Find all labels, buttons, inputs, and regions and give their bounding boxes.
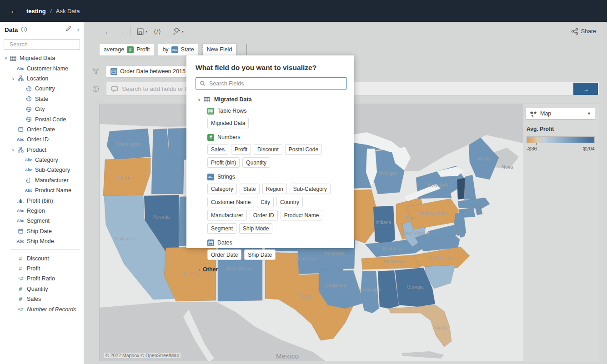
field-ship-date[interactable]: Ship Date [0,226,84,236]
popup-chip-category[interactable]: Category [207,184,237,194]
field-migrated-data[interactable]: ∨Migrated Data [0,53,84,63]
submit-query-button[interactable]: → [573,83,598,95]
popup-chip-state[interactable]: State [240,184,260,194]
caret-down-icon[interactable]: ∨ [10,76,16,81]
popup-chip-profit-bin[interactable]: Profit (bin) [207,157,240,168]
pin-button[interactable]: ▾ [173,28,184,35]
field-sales[interactable]: #Sales [0,294,84,304]
query-chip-new-field[interactable]: New Field [202,44,237,56]
state-indiana[interactable] [373,206,395,245]
popup-search-box[interactable] [196,77,347,90]
popup-chip-sales[interactable]: Sales [207,144,228,155]
popup-chip-region[interactable]: Region [262,184,287,194]
save-dropdown-caret[interactable]: ▾ [145,30,147,34]
popup-chip-ship-mode[interactable]: Ship Mode [239,223,272,234]
field-state[interactable]: State [0,94,84,104]
popup-chip-order-id[interactable]: Order ID [250,210,278,220]
popup-chip-profit[interactable]: Profit [231,144,251,155]
state-mississippi[interactable] [361,271,379,313]
caret-right-icon[interactable]: › [196,267,203,272]
field-profit[interactable]: #Profit [0,264,84,274]
popup-chip-city[interactable]: City [257,197,274,207]
edit-pencil-icon[interactable] [65,25,72,34]
breadcrumb-workbook[interactable]: testing [26,8,46,15]
popup-group-strings: AbcStringsCategoryStateRegionSub-Categor… [207,173,347,236]
back-arrow-icon[interactable]: ← [10,6,20,15]
field-postal-code[interactable]: Postal Code [0,114,84,124]
state-label-mississippi: Mississippi [358,287,381,292]
popup-chip-sub-category[interactable]: Sub-Category [290,184,331,194]
field-sub-category[interactable]: AbcSub-Category [0,165,84,175]
popup-chip-ship-date[interactable]: Ship Date [244,249,276,260]
field-product[interactable]: ∨Product [0,145,84,155]
field-segment[interactable]: AbcSegment [0,216,84,226]
field-quantity[interactable]: #Quantity [0,284,84,294]
caret-down-icon[interactable]: ∨ [3,56,9,60]
state-label-tennessee: Tennessee [383,259,406,264]
field-country[interactable]: Country [0,84,84,94]
popup-other-row[interactable]: › Other [196,266,347,273]
query-chip-profit[interactable]: average#Profit [99,44,154,56]
share-button[interactable]: Share [571,28,596,35]
popup-chip-order-date[interactable]: Order Date [207,249,241,260]
popup-chip-product-name[interactable]: Product Name [281,210,323,220]
popup-chip-migrated-data[interactable]: Migrated Data [207,118,249,128]
info-circle-icon[interactable] [92,85,99,92]
popup-chip-customer-name[interactable]: Customer Name [207,197,254,207]
globe-icon [25,86,33,92]
field-product-name[interactable]: AbcProduct Name [0,185,84,195]
save-button[interactable]: ▾ [136,28,147,35]
histogram-icon [16,198,25,204]
field-customer-name[interactable]: AbcCustomer Name [0,63,84,73]
popup-title: What field do you want to visualize? [196,64,347,72]
popup-chip-discount[interactable]: Discount [254,144,282,155]
cal-blue-badge-icon [207,239,214,246]
state-label-ohio: Ohio [406,215,416,220]
field-location[interactable]: ∨Location [0,74,84,84]
pin-dropdown-caret[interactable]: ▾ [182,30,184,34]
state-label-new-york: New York [428,182,448,188]
info-icon[interactable] [21,26,27,33]
field-label: Postal Code [35,116,66,123]
sidebar-search-box[interactable] [4,39,80,50]
popup-chip-manufacturer[interactable]: Manufacturer [207,210,247,220]
popup-search-input[interactable] [209,80,343,87]
view-code-button[interactable]: ⟨/⟩ [154,28,161,35]
toolbar-divider [130,26,131,37]
map-label-mexico: Mexico [276,352,299,360]
field-order-id[interactable]: AbcOrder ID [0,135,84,145]
popup-chip-country[interactable]: Country [276,197,303,207]
field-ship-mode[interactable]: AbcShip Mode [0,236,84,246]
field-discount[interactable]: #Discount [0,253,84,263]
field-category[interactable]: AbcCategory [0,155,84,165]
popup-chip-postal-code[interactable]: Postal Code [285,144,322,155]
popup-chip-segment[interactable]: Segment [207,223,236,234]
field-label: Sales [27,296,41,302]
popup-chip-quantity[interactable]: Quantity [242,157,270,168]
query-chip-state[interactable]: byAbcState [158,44,198,56]
chip-label: Profit [136,46,150,53]
field-label: Region [27,208,45,214]
field-region[interactable]: AbcRegion [0,206,84,216]
caret-down-icon[interactable]: ∨ [10,148,16,152]
field-profit-bin[interactable]: Profit (bin) [0,195,84,205]
collapse-pane-icon[interactable]: ‹ [77,26,79,33]
viz-type-dropdown[interactable]: Map ▼ [526,108,595,120]
caret-down-icon[interactable]: ∨ [196,97,203,102]
abc-icon: Abc [16,219,25,223]
field-label: Segment [27,218,50,224]
redo-button[interactable]: → [118,28,125,35]
legend-gradient-bar[interactable] [527,136,595,143]
field-profit-ratio[interactable]: =#Profit Ratio [0,274,84,284]
field-city[interactable]: City [0,104,84,114]
field-manufacturer[interactable]: Manufacturer [0,175,84,185]
field-number-of-records[interactable]: =#Number of Records [0,304,84,314]
popup-dataset-row[interactable]: ∨ Migrated Data [196,96,347,103]
hash-icon: # [16,286,25,292]
filter-funnel-icon[interactable] [92,68,99,75]
undo-button[interactable]: ← [104,28,111,35]
state-vermont[interactable] [457,178,465,199]
field-order-date[interactable]: Order Date [0,125,84,135]
sidebar-search-input[interactable] [10,41,83,48]
field-label: Location [27,75,48,82]
